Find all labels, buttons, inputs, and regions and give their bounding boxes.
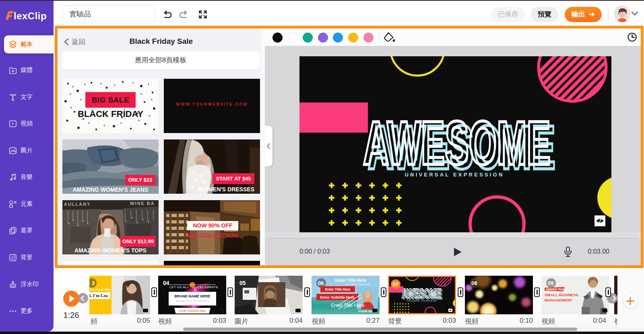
- svg-text:AWESOME: AWESOME: [402, 286, 441, 301]
- svg-text:07: 07: [393, 281, 398, 287]
- svg-text:UNIVERSAL EXPRESSION: UNIVERSAL EXPRESSION: [405, 172, 504, 178]
- svg-text:AULLARY: AULLARY: [64, 202, 91, 207]
- svg-text:lexClip: lexClip: [14, 10, 47, 21]
- svg-text:AWESOME: AWESOME: [363, 109, 551, 178]
- svg-text:WINE BA: WINE BA: [130, 201, 155, 206]
- svg-text:UNIVERSAL EXPRESSION: UNIVERSAL EXPRESSION: [407, 300, 437, 302]
